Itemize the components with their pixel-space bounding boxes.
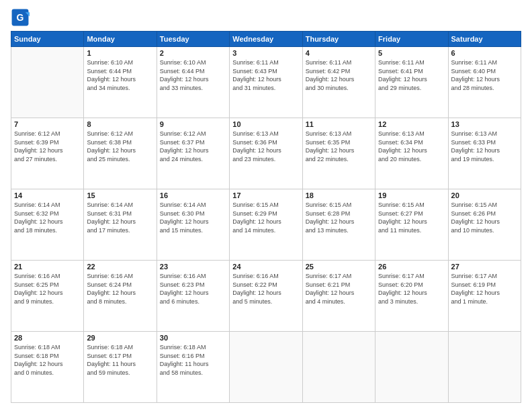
day-number: 21	[14, 263, 81, 271]
day-number: 24	[232, 263, 299, 271]
day-number: 26	[378, 263, 445, 271]
day-info: Sunrise: 6:15 AM Sunset: 6:27 PM Dayligh…	[378, 201, 445, 234]
day-info: Sunrise: 6:10 AM Sunset: 6:44 PM Dayligh…	[160, 58, 226, 92]
calendar-cell: 13Sunrise: 6:13 AM Sunset: 6:33 PM Dayli…	[448, 118, 521, 189]
week-row-1: 1Sunrise: 6:10 AM Sunset: 6:44 PM Daylig…	[11, 47, 521, 118]
day-info: Sunrise: 6:17 AM Sunset: 6:19 PM Dayligh…	[451, 272, 518, 306]
weekday-header-thursday: Thursday	[302, 32, 375, 47]
day-number: 15	[87, 191, 153, 199]
day-info: Sunrise: 6:12 AM Sunset: 6:38 PM Dayligh…	[87, 130, 153, 163]
day-number: 18	[306, 191, 372, 199]
calendar-cell	[448, 332, 521, 403]
day-info: Sunrise: 6:13 AM Sunset: 6:33 PM Dayligh…	[451, 130, 518, 163]
day-info: Sunrise: 6:14 AM Sunset: 6:30 PM Dayligh…	[160, 201, 226, 234]
calendar-cell: 30Sunrise: 6:18 AM Sunset: 6:16 PM Dayli…	[157, 332, 229, 403]
day-info: Sunrise: 6:11 AM Sunset: 6:41 PM Dayligh…	[378, 58, 445, 92]
day-info: Sunrise: 6:17 AM Sunset: 6:21 PM Dayligh…	[306, 272, 372, 306]
calendar-cell: 21Sunrise: 6:16 AM Sunset: 6:25 PM Dayli…	[11, 261, 84, 332]
day-number: 9	[160, 120, 226, 128]
calendar-cell	[230, 332, 302, 403]
day-number: 7	[14, 120, 81, 128]
day-number: 2	[160, 49, 226, 57]
calendar-cell: 5Sunrise: 6:11 AM Sunset: 6:41 PM Daylig…	[375, 47, 448, 118]
day-info: Sunrise: 6:17 AM Sunset: 6:20 PM Dayligh…	[378, 272, 445, 306]
page: G SundayMondayTuesdayWednesdayThursdayFr…	[0, 0, 532, 411]
calendar-cell: 18Sunrise: 6:15 AM Sunset: 6:28 PM Dayli…	[302, 189, 375, 261]
calendar-cell: 9Sunrise: 6:12 AM Sunset: 6:37 PM Daylig…	[157, 118, 229, 189]
week-row-3: 14Sunrise: 6:14 AM Sunset: 6:32 PM Dayli…	[11, 189, 521, 261]
day-number: 19	[378, 191, 445, 199]
calendar-cell: 7Sunrise: 6:12 AM Sunset: 6:39 PM Daylig…	[11, 118, 84, 189]
calendar-cell: 14Sunrise: 6:14 AM Sunset: 6:32 PM Dayli…	[11, 189, 84, 261]
day-info: Sunrise: 6:11 AM Sunset: 6:42 PM Dayligh…	[306, 58, 372, 92]
calendar-cell: 26Sunrise: 6:17 AM Sunset: 6:20 PM Dayli…	[375, 261, 448, 332]
day-number: 4	[306, 49, 372, 57]
calendar-cell	[302, 332, 375, 403]
week-row-5: 28Sunrise: 6:18 AM Sunset: 6:18 PM Dayli…	[11, 332, 521, 403]
day-number: 5	[378, 49, 445, 57]
svg-text:G: G	[17, 12, 24, 23]
week-row-2: 7Sunrise: 6:12 AM Sunset: 6:39 PM Daylig…	[11, 118, 521, 189]
day-number: 30	[160, 334, 226, 342]
day-info: Sunrise: 6:14 AM Sunset: 6:31 PM Dayligh…	[87, 201, 153, 234]
calendar-cell: 27Sunrise: 6:17 AM Sunset: 6:19 PM Dayli…	[448, 261, 521, 332]
day-info: Sunrise: 6:18 AM Sunset: 6:16 PM Dayligh…	[160, 343, 226, 377]
day-info: Sunrise: 6:16 AM Sunset: 6:23 PM Dayligh…	[160, 272, 226, 306]
weekday-header-monday: Monday	[84, 32, 157, 47]
calendar-cell: 6Sunrise: 6:11 AM Sunset: 6:40 PM Daylig…	[448, 47, 521, 118]
day-info: Sunrise: 6:14 AM Sunset: 6:32 PM Dayligh…	[14, 201, 81, 234]
day-number: 23	[160, 263, 226, 271]
calendar-cell: 16Sunrise: 6:14 AM Sunset: 6:30 PM Dayli…	[157, 189, 229, 261]
calendar-cell	[11, 47, 84, 118]
weekday-header-tuesday: Tuesday	[157, 32, 229, 47]
day-info: Sunrise: 6:11 AM Sunset: 6:40 PM Dayligh…	[451, 58, 518, 92]
day-number: 12	[378, 120, 445, 128]
day-info: Sunrise: 6:15 AM Sunset: 6:28 PM Dayligh…	[306, 201, 372, 234]
day-info: Sunrise: 6:12 AM Sunset: 6:39 PM Dayligh…	[14, 130, 81, 163]
calendar-cell: 4Sunrise: 6:11 AM Sunset: 6:42 PM Daylig…	[302, 47, 375, 118]
calendar-cell: 8Sunrise: 6:12 AM Sunset: 6:38 PM Daylig…	[84, 118, 157, 189]
weekday-header-saturday: Saturday	[448, 32, 521, 47]
calendar-cell: 15Sunrise: 6:14 AM Sunset: 6:31 PM Dayli…	[84, 189, 157, 261]
logo-icon: G	[11, 8, 30, 27]
day-info: Sunrise: 6:18 AM Sunset: 6:17 PM Dayligh…	[87, 343, 153, 377]
day-number: 29	[87, 334, 153, 342]
weekday-header-row: SundayMondayTuesdayWednesdayThursdayFrid…	[11, 32, 521, 47]
day-number: 28	[14, 334, 81, 342]
calendar-cell: 1Sunrise: 6:10 AM Sunset: 6:44 PM Daylig…	[84, 47, 157, 118]
week-row-4: 21Sunrise: 6:16 AM Sunset: 6:25 PM Dayli…	[11, 261, 521, 332]
day-number: 27	[451, 263, 518, 271]
day-number: 20	[451, 191, 518, 199]
day-info: Sunrise: 6:16 AM Sunset: 6:24 PM Dayligh…	[87, 272, 153, 306]
calendar-cell: 12Sunrise: 6:13 AM Sunset: 6:34 PM Dayli…	[375, 118, 448, 189]
calendar-cell: 19Sunrise: 6:15 AM Sunset: 6:27 PM Dayli…	[375, 189, 448, 261]
day-info: Sunrise: 6:10 AM Sunset: 6:44 PM Dayligh…	[87, 58, 153, 92]
day-number: 22	[87, 263, 153, 271]
day-number: 11	[306, 120, 372, 128]
weekday-header-friday: Friday	[375, 32, 448, 47]
weekday-header-wednesday: Wednesday	[230, 32, 302, 47]
day-number: 25	[306, 263, 372, 271]
day-info: Sunrise: 6:13 AM Sunset: 6:36 PM Dayligh…	[232, 130, 299, 163]
logo: G	[11, 8, 32, 27]
calendar-cell: 24Sunrise: 6:16 AM Sunset: 6:22 PM Dayli…	[230, 261, 302, 332]
calendar-cell: 11Sunrise: 6:13 AM Sunset: 6:35 PM Dayli…	[302, 118, 375, 189]
calendar-cell: 3Sunrise: 6:11 AM Sunset: 6:43 PM Daylig…	[230, 47, 302, 118]
calendar-cell: 17Sunrise: 6:15 AM Sunset: 6:29 PM Dayli…	[230, 189, 302, 261]
day-info: Sunrise: 6:13 AM Sunset: 6:34 PM Dayligh…	[378, 130, 445, 163]
day-number: 10	[232, 120, 299, 128]
calendar-cell: 29Sunrise: 6:18 AM Sunset: 6:17 PM Dayli…	[84, 332, 157, 403]
day-number: 3	[232, 49, 299, 57]
calendar-cell: 23Sunrise: 6:16 AM Sunset: 6:23 PM Dayli…	[157, 261, 229, 332]
calendar-cell: 20Sunrise: 6:15 AM Sunset: 6:26 PM Dayli…	[448, 189, 521, 261]
calendar-cell: 2Sunrise: 6:10 AM Sunset: 6:44 PM Daylig…	[157, 47, 229, 118]
day-number: 8	[87, 120, 153, 128]
day-number: 17	[232, 191, 299, 199]
calendar-cell: 25Sunrise: 6:17 AM Sunset: 6:21 PM Dayli…	[302, 261, 375, 332]
calendar-cell: 22Sunrise: 6:16 AM Sunset: 6:24 PM Dayli…	[84, 261, 157, 332]
day-number: 14	[14, 191, 81, 199]
day-info: Sunrise: 6:15 AM Sunset: 6:29 PM Dayligh…	[232, 201, 299, 234]
header: G	[11, 8, 521, 27]
day-info: Sunrise: 6:16 AM Sunset: 6:22 PM Dayligh…	[232, 272, 299, 306]
day-info: Sunrise: 6:16 AM Sunset: 6:25 PM Dayligh…	[14, 272, 81, 306]
